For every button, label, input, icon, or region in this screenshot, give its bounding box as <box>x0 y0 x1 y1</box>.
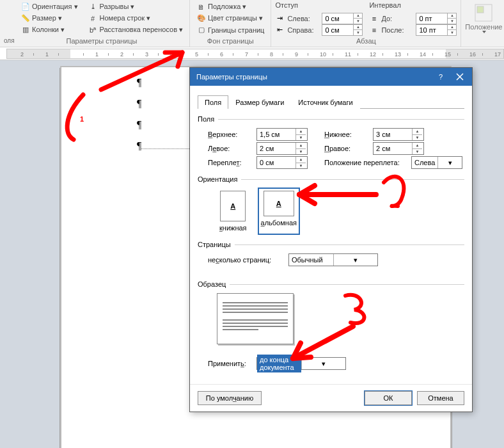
margin-top-label: Верхнее: <box>208 131 253 138</box>
close-button[interactable] <box>450 68 469 86</box>
orientation-button[interactable]: 📄Ориентация ▾ <box>18 1 81 12</box>
group-paragraph: Отступ ⇥Слева:▲▼ ⇤Справа:▲▼ Интервал ≡До… <box>271 0 461 47</box>
landscape-label: альбомная <box>261 219 297 227</box>
orientation-portrait[interactable]: A книжная <box>217 188 249 234</box>
dialog-title: Параметры страницы <box>196 73 267 81</box>
group-page-background: 🗎Подложка ▾ 🎨Цвет страницы ▾ ▢Границы ст… <box>190 0 271 47</box>
margin-bottom-spin[interactable]: ▲▼ <box>373 128 424 141</box>
spacing-after-spin[interactable]: ▲▼ <box>416 24 457 36</box>
orientation-icon: 📄 <box>20 2 30 12</box>
margin-top-input[interactable] <box>257 129 295 140</box>
orientation-landscape[interactable]: A альбомная <box>258 188 299 234</box>
chevron-down-icon <box>482 31 486 33</box>
margin-bottom-label: Нижнее: <box>324 131 369 138</box>
page-borders-icon: ▢ <box>196 25 206 35</box>
page-color-icon: 🎨 <box>196 13 206 23</box>
indent-left-input[interactable] <box>322 13 353 24</box>
indent-right-input[interactable] <box>322 25 353 35</box>
spacing-title: Интервал <box>369 1 457 12</box>
group-label-page-setup: Параметры страницы <box>18 35 185 47</box>
chevron-down-icon: ▾ <box>333 254 378 266</box>
pilcrow: ¶ <box>137 77 141 88</box>
margin-left-input[interactable] <box>257 143 295 154</box>
section-pages: Страницы <box>198 241 231 248</box>
gutter-input[interactable] <box>257 157 295 168</box>
apply-to-combo[interactable]: до конца документа▾ <box>256 357 346 370</box>
fields-label-trunc: оля <box>4 35 10 47</box>
section-orientation: Ориентация <box>198 175 237 183</box>
gutter-pos-label: Положение переплета: <box>324 159 407 166</box>
indent-left-label: Слева: <box>287 15 319 22</box>
indent-left-icon: ⇥ <box>275 13 285 23</box>
gutter-pos-value: Слева <box>412 159 437 166</box>
size-button[interactable]: 📏Размер ▾ <box>18 13 81 24</box>
spacing-before-label: До: <box>381 15 413 22</box>
tab-paper-size[interactable]: Размер бумаги <box>228 95 291 109</box>
spacing-after-input[interactable] <box>416 25 447 35</box>
indent-title: Отступ <box>275 1 363 12</box>
default-button[interactable]: По умолчанию <box>198 391 262 405</box>
dialog-tabs: Поля Размер бумаги Источник бумаги <box>198 95 464 109</box>
position-icon <box>473 3 494 23</box>
indent-right-label: Справа: <box>287 26 319 34</box>
tab-paper-source[interactable]: Источник бумаги <box>291 95 359 109</box>
multiple-pages-value: Обычный <box>289 256 333 264</box>
gutter-pos-combo[interactable]: Слева▾ <box>411 156 462 169</box>
columns-icon: ▥ <box>20 25 30 35</box>
indent-right-spin[interactable]: ▲▼ <box>322 24 363 36</box>
pilcrow: ¶ <box>137 119 141 131</box>
position-button[interactable]: Положение <box>465 1 502 35</box>
spacing-after-label: После: <box>381 26 413 34</box>
apply-to-value: до конца документа <box>257 355 301 372</box>
margin-bottom-input[interactable] <box>374 129 412 140</box>
page-borders-button[interactable]: ▢Границы страниц <box>194 24 267 35</box>
gutter-spin[interactable]: ▲▼ <box>256 156 308 169</box>
chevron-down-icon: ▾ <box>437 157 462 168</box>
margin-top-spin[interactable]: ▲▼ <box>256 128 308 141</box>
help-button[interactable]: ? <box>431 68 450 86</box>
size-icon: 📏 <box>20 13 30 23</box>
group-label-page-background: Фон страницы <box>194 35 267 47</box>
spacing-before-icon: ≡ <box>369 13 379 23</box>
tab-fields[interactable]: Поля <box>198 95 228 109</box>
ok-button[interactable]: ОК <box>365 391 412 405</box>
section-preview: Образец <box>198 280 226 288</box>
hyphenation-button[interactable]: bªРасстановка переносов ▾ <box>86 24 186 35</box>
pilcrow: ¶ <box>137 98 141 109</box>
watermark-button[interactable]: 🗎Подложка ▾ <box>194 1 267 12</box>
ribbon: оля 📄Ориентация ▾ 📏Размер ▾ ▥Колонки ▾ ⤓… <box>0 0 504 47</box>
group-position: Положение <box>461 0 504 47</box>
svg-rect-1 <box>477 6 484 13</box>
breaks-icon: ⤓ <box>88 2 98 12</box>
spacing-before-input[interactable] <box>416 13 447 24</box>
line-numbers-button[interactable]: #Номера строк ▾ <box>86 13 186 24</box>
chevron-down-icon: ▾ <box>301 358 346 369</box>
portrait-label: книжная <box>219 224 247 232</box>
margin-right-input[interactable] <box>374 143 412 154</box>
position-label: Положение <box>465 23 502 31</box>
gutter-label: Переплет: <box>208 159 253 166</box>
indent-right-icon: ⇤ <box>275 25 285 35</box>
page-color-button[interactable]: 🎨Цвет страницы ▾ <box>194 13 267 24</box>
multiple-pages-label: несколько страниц: <box>208 256 285 264</box>
breaks-button[interactable]: ⤓Разрывы ▾ <box>86 1 186 12</box>
margin-right-spin[interactable]: ▲▼ <box>373 142 424 155</box>
dialog-titlebar[interactable]: Параметры страницы ? <box>190 68 472 86</box>
spacing-after-icon: ≡ <box>369 25 379 35</box>
preview-pane <box>217 293 294 344</box>
page-setup-dialog: Параметры страницы ? Поля Размер бумаги … <box>189 67 473 412</box>
cancel-button[interactable]: Отмена <box>417 391 464 405</box>
margin-right-label: Правое: <box>324 145 369 152</box>
hyphenation-icon: bª <box>88 25 98 35</box>
watermark-icon: 🗎 <box>196 2 206 12</box>
margin-left-label: Левое: <box>208 145 253 152</box>
group-label-paragraph: Абзац <box>275 35 457 47</box>
line-numbers-icon: # <box>88 13 98 23</box>
horizontal-ruler[interactable]: 211234567891011121314151617 <box>0 47 504 60</box>
columns-button[interactable]: ▥Колонки ▾ <box>18 24 81 35</box>
multiple-pages-combo[interactable]: Обычный▾ <box>288 253 378 266</box>
spacing-before-spin[interactable]: ▲▼ <box>416 13 457 24</box>
indent-left-spin[interactable]: ▲▼ <box>322 13 363 24</box>
apply-to-label: Применить: <box>208 360 253 367</box>
margin-left-spin[interactable]: ▲▼ <box>256 142 308 155</box>
